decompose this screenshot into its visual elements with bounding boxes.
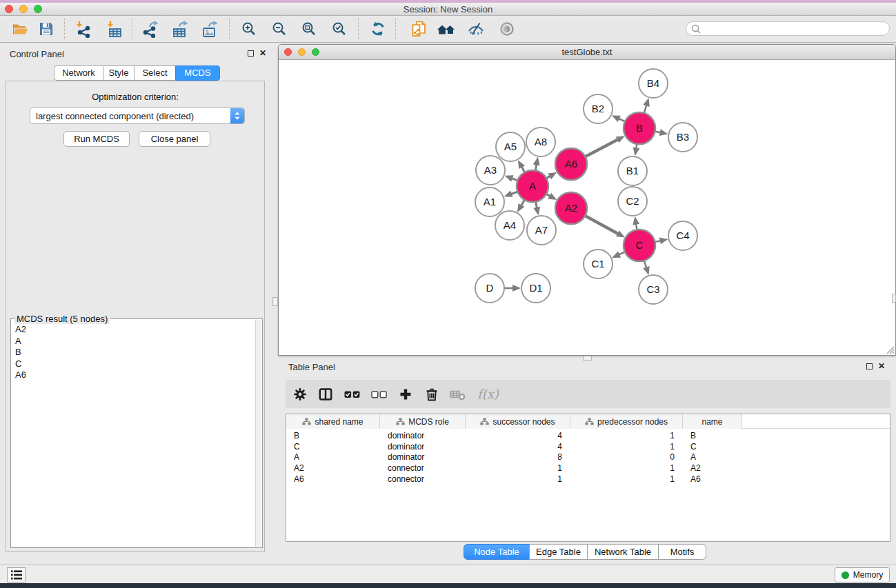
close-panel-icon[interactable]: ✕ (878, 363, 885, 369)
table-row[interactable]: Bdominator41B (286, 430, 890, 441)
tab-select[interactable]: Select (134, 65, 176, 81)
open-file-button[interactable] (7, 17, 33, 41)
node-A8[interactable]: A8 (526, 128, 555, 156)
minimize-window-button[interactable] (19, 5, 28, 13)
zoom-window-button[interactable] (34, 5, 42, 13)
tab-edge-table[interactable]: Edge Table (529, 544, 588, 560)
close-window-button[interactable] (284, 48, 292, 56)
tab-motifs[interactable]: Motifs (658, 544, 706, 560)
node-C3[interactable]: C3 (639, 275, 668, 304)
run-mcds-button[interactable]: Run MCDS (63, 131, 130, 147)
app-titlebar[interactable]: Session: New Session (0, 3, 896, 16)
search-input[interactable] (704, 23, 889, 34)
node-D1[interactable]: D1 (521, 274, 550, 303)
refresh-view-button[interactable] (365, 17, 391, 41)
tab-mcds[interactable]: MCDS (175, 65, 220, 81)
export-table-button[interactable] (167, 17, 193, 41)
column-header-successor-nodes[interactable]: successor nodes (466, 414, 570, 429)
column-header-shared-name[interactable]: shared name (286, 414, 380, 429)
result-item[interactable]: A6 (12, 369, 255, 381)
node-A[interactable]: A (517, 170, 548, 202)
splitter-handle[interactable] (272, 297, 278, 306)
column-header-mcds-role[interactable]: MCDS role (380, 414, 466, 429)
result-item[interactable]: A2 (12, 324, 255, 336)
minimize-window-button[interactable] (298, 48, 306, 56)
node-B1[interactable]: B1 (618, 156, 647, 185)
export-image-button[interactable] (197, 17, 223, 41)
table-settings-button[interactable] (288, 383, 312, 406)
deselect-all-button[interactable] (368, 383, 391, 406)
edge-A2-C[interactable] (584, 215, 618, 234)
export-network-button[interactable] (137, 17, 163, 41)
function-builder-button[interactable]: f(x) (473, 383, 504, 406)
node-C1[interactable]: C1 (584, 250, 613, 278)
save-session-button[interactable] (33, 17, 59, 41)
splitter-handle[interactable] (583, 356, 592, 361)
delete-row-button[interactable] (420, 383, 444, 406)
column-header-name[interactable]: name (683, 414, 742, 429)
node-C4[interactable]: C4 (668, 221, 697, 250)
node-A4[interactable]: A4 (495, 211, 524, 240)
node-B3[interactable]: B3 (668, 123, 697, 152)
close-panel-icon[interactable]: ✕ (259, 50, 266, 57)
node-B[interactable]: B (624, 112, 655, 144)
show-columns-button[interactable] (314, 383, 337, 406)
float-panel-icon[interactable] (866, 363, 873, 369)
table-row[interactable]: Cdominator41C (286, 441, 890, 452)
table-row[interactable]: A6connector11A6 (286, 474, 890, 485)
tab-network-table[interactable]: Network Table (587, 544, 659, 560)
import-table-button[interactable] (101, 17, 128, 41)
zoom-in-button[interactable] (236, 17, 262, 41)
criterion-dropdown[interactable]: largest connected component (directed) (30, 108, 245, 124)
import-network-button[interactable] (70, 17, 97, 41)
node-A2[interactable]: A2 (555, 192, 587, 224)
zoom-selected-button[interactable] (326, 17, 352, 41)
tab-network[interactable]: Network (54, 65, 103, 81)
import-table-icon (106, 20, 123, 38)
node-C2[interactable]: C2 (618, 187, 647, 216)
result-item[interactable]: A (12, 336, 255, 347)
clone-network-button[interactable] (406, 17, 432, 41)
select-all-button[interactable] (341, 383, 364, 406)
hide-graphics-details-button[interactable] (463, 17, 489, 41)
node-A1[interactable]: A1 (475, 187, 504, 216)
tab-node-table[interactable]: Node Table (464, 544, 530, 560)
network-canvas[interactable]: B4B2BB3A5A8A6A3B1AC2A1A2A4A7C4CC1C3DD1 (279, 60, 895, 355)
node-D[interactable]: D (475, 274, 504, 303)
zoom-out-button[interactable] (266, 17, 292, 41)
apply-layout-button[interactable] (433, 17, 459, 41)
node-A6[interactable]: A6 (555, 148, 587, 180)
node-A7[interactable]: A7 (527, 216, 556, 245)
node-A3[interactable]: A3 (476, 156, 505, 185)
zoom-window-button[interactable] (312, 48, 319, 56)
task-history-button[interactable] (7, 567, 26, 582)
search-field[interactable] (686, 21, 890, 36)
table-row[interactable]: Adominator80A (286, 452, 890, 463)
result-item[interactable]: C (12, 358, 255, 370)
memory-button[interactable]: Memory (835, 567, 890, 582)
result-scrollbar[interactable] (255, 320, 261, 547)
svg-text:f(x): f(x) (477, 387, 499, 401)
table-row[interactable]: A2connector11A2 (286, 463, 890, 474)
network-window-titlebar[interactable]: testGlobe.txt (279, 45, 895, 60)
close-window-button[interactable] (5, 5, 13, 13)
node-B2[interactable]: B2 (584, 94, 613, 123)
node-B4[interactable]: B4 (639, 69, 668, 98)
float-panel-icon[interactable] (248, 50, 254, 57)
zoom-fit-button[interactable] (296, 17, 322, 41)
resize-grip-icon[interactable] (886, 345, 895, 354)
edge-A6-B[interactable] (584, 139, 618, 157)
network-graph[interactable]: B4B2BB3A5A8A6A3B1AC2A1A2A4A7C4CC1C3DD1 (279, 60, 895, 355)
cell-predecessor-nodes: 1 (570, 442, 683, 452)
tab-style[interactable]: Style (103, 65, 135, 81)
close-panel-button[interactable]: Close panel (139, 131, 210, 147)
result-item[interactable]: B (12, 347, 255, 358)
delete-table-button[interactable] (446, 383, 470, 406)
search-icon (690, 23, 701, 34)
node-C[interactable]: C (624, 230, 655, 261)
show-graphics-details-button[interactable] (494, 17, 520, 41)
add-row-button[interactable] (394, 383, 417, 406)
column-header-predecessor-nodes[interactable]: predecessor nodes (570, 414, 683, 429)
node-A5[interactable]: A5 (496, 132, 525, 161)
splitter-handle[interactable] (892, 294, 896, 303)
